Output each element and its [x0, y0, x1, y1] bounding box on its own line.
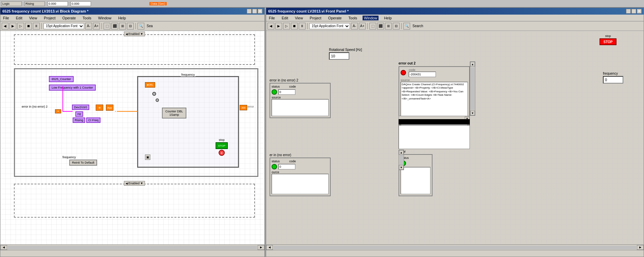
menu-window-fp[interactable]: Window: [363, 16, 379, 20]
stop-inner-btn[interactable]: STOP: [216, 142, 228, 149]
counter-block[interactable]: 6525_Counter: [49, 76, 74, 82]
source-bottom-scrollbar[interactable]: ▲ ▼: [399, 150, 404, 170]
menu-operate-bd[interactable]: Operate: [61, 16, 77, 20]
scroll-up-bot[interactable]: ▲: [399, 150, 404, 155]
menu-tools-fp[interactable]: Tools: [347, 16, 358, 20]
fp-close-btn[interactable]: ✕: [637, 9, 642, 14]
scroll-left-fp[interactable]: ◀: [266, 245, 273, 250]
dist-btn[interactable]: ⬛: [111, 23, 118, 30]
reinit-block[interactable]: Reinit To Default: [69, 160, 97, 166]
fp-size-up-btn[interactable]: A+: [359, 23, 366, 30]
block-diagram-title-bar: 6525 frequency count LV2013.vi Block Dia…: [0, 8, 264, 15]
pause-btn[interactable]: ⏸: [33, 23, 40, 30]
source-in2-display[interactable]: [272, 99, 329, 116]
close-btn[interactable]: ✕: [258, 9, 262, 14]
scroll-right-bd[interactable]: ▶: [258, 245, 264, 250]
ci-freq-label: CI Freq: [88, 118, 98, 122]
fp-abort-btn[interactable]: ⏹: [291, 23, 298, 30]
fp-pause-btn[interactable]: ⏸: [299, 23, 306, 30]
fp-align-btn[interactable]: ⬚: [369, 23, 376, 30]
fp-font-select[interactable]: 15pt Application Font: [309, 23, 350, 29]
error-out-bottom-source[interactable]: [401, 167, 430, 194]
source-scrollbar-v[interactable]: ▲ ▼: [470, 61, 475, 116]
menu-project-bd[interactable]: Project: [42, 16, 57, 20]
scroll-down-bot2[interactable]: ▼: [399, 165, 404, 170]
scroll-track-v: [471, 67, 475, 110]
fp-resize-btn[interactable]: ⊞: [385, 23, 392, 30]
font-select[interactable]: 15pt Application Font: [43, 23, 84, 29]
fp-reorder-btn[interactable]: ⊟: [393, 23, 400, 30]
back-btn[interactable]: ◀: [2, 23, 8, 30]
stop-button[interactable]: STOP: [600, 38, 617, 45]
arrow-left-top: ◀: [126, 33, 128, 36]
h-scrollbar-fp[interactable]: ◀ ▶: [266, 244, 644, 250]
frequency-display[interactable]: 0: [603, 76, 623, 84]
scroll-down-v[interactable]: ▼: [470, 111, 475, 115]
size-up-btn[interactable]: A+: [93, 23, 100, 30]
menu-project-fp[interactable]: Project: [308, 16, 323, 20]
minimize-btn[interactable]: _: [247, 9, 252, 14]
fp-dist-btn[interactable]: ⬛: [377, 23, 384, 30]
resize-btn[interactable]: ⊞: [119, 23, 126, 30]
fp-back-btn[interactable]: ◀: [268, 23, 274, 30]
scroll-up-v[interactable]: ▲: [470, 62, 475, 67]
fp-maximize-btn[interactable]: □: [631, 9, 636, 14]
size-down-btn[interactable]: A-: [85, 23, 92, 30]
menu-view-fp[interactable]: View: [294, 16, 305, 20]
enabled-label-bottom[interactable]: ◀ Enabled ▼: [124, 181, 145, 186]
error-in-row2: 0: [272, 89, 329, 95]
status-bar-bd: [0, 250, 264, 257]
h-scrollbar-bd[interactable]: ◀ ▶: [0, 244, 264, 250]
source-label-in2: source: [272, 96, 329, 99]
menu-file-fp[interactable]: File: [268, 16, 276, 20]
menu-file-bd[interactable]: File: [2, 16, 11, 20]
align-btn[interactable]: ⬚: [104, 23, 110, 30]
fp-size-down-btn[interactable]: A-: [351, 23, 358, 30]
orange-block-1[interactable]: ⊕: [96, 105, 103, 111]
rising-block[interactable]: Rising: [73, 117, 85, 123]
abort-btn[interactable]: ⏹: [25, 23, 32, 30]
low-freq-block[interactable]: Low Frequency with 1 Counter: [49, 85, 96, 91]
menu-edit-fp[interactable]: Edit: [280, 16, 290, 20]
error-in-bottom-cluster: er in (no error) status code 0: [270, 153, 331, 196]
enabled-label-top[interactable]: ◀ Enabled ▼: [124, 32, 145, 36]
menu-tools-bd[interactable]: Tools: [81, 16, 93, 20]
error-in-bottom-box: status code 0 ource: [270, 158, 331, 196]
menu-help-bd[interactable]: Help: [117, 16, 127, 20]
menu-view-bd[interactable]: View: [28, 16, 39, 20]
rot-speed-display[interactable]: 10: [329, 52, 349, 60]
hz-block[interactable]: Hz: [75, 111, 83, 117]
run-btn[interactable]: ▷: [17, 23, 24, 30]
fp-search-btn[interactable]: 🔍: [403, 23, 410, 30]
settings-icon-2: ⚙: [155, 97, 160, 103]
counter-dbl-block[interactable]: Counter DBL 1Samp: [162, 108, 186, 118]
menu-help-fp[interactable]: Help: [383, 16, 393, 20]
fp-search-label: Search: [411, 24, 425, 28]
code-bottom-display[interactable]: 0: [278, 164, 295, 169]
ci-freq-block[interactable]: CI Freq: [86, 117, 100, 123]
status-label-in2: status: [272, 85, 280, 88]
search-btn-bd[interactable]: 🔍: [137, 23, 144, 30]
fp-minimize-btn[interactable]: _: [626, 9, 631, 14]
fp-run-btn[interactable]: ▷: [283, 23, 290, 30]
source-bottom-area[interactable]: [399, 125, 470, 149]
dev-block[interactable]: Dev2/ctr0: [72, 105, 89, 110]
fp-sep3: [401, 23, 402, 29]
wire-pink-1: [62, 111, 73, 112]
maximize-btn[interactable]: □: [252, 9, 257, 14]
code-in2-display[interactable]: 0: [278, 89, 295, 95]
fp-fwd-btn[interactable]: ▶: [275, 23, 282, 30]
stop-circle[interactable]: ●: [219, 150, 225, 156]
hz-label: Hz: [77, 112, 81, 116]
menu-operate-fp[interactable]: Operate: [327, 16, 343, 20]
source-bottom-display[interactable]: [272, 174, 329, 194]
menu-window-bd[interactable]: Window: [97, 16, 113, 20]
orange-block-2[interactable]: App: [106, 105, 113, 111]
reorder-btn[interactable]: ⊟: [127, 23, 134, 30]
title-bar-buttons: _ □ ✕: [247, 9, 262, 14]
scroll-left-bd[interactable]: ◀: [0, 245, 7, 250]
fwd-btn[interactable]: ▶: [10, 23, 16, 30]
menu-edit-bd[interactable]: Edit: [15, 16, 24, 20]
scroll-right-fp[interactable]: ▶: [637, 245, 644, 250]
code-display-out[interactable]: -200431: [409, 72, 436, 77]
